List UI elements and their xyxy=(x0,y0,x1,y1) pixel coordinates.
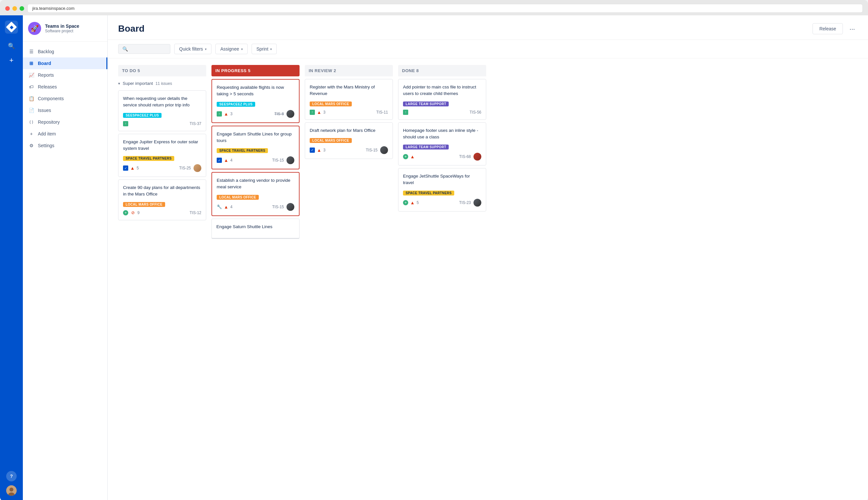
card-footer: + ▲ 5 TIS-23 xyxy=(403,199,481,207)
card-title: Homepage footer uses an inline style - s… xyxy=(403,127,481,141)
column-body-done: Add pointer to main css file to instruct… xyxy=(398,79,486,495)
group-header-super-important[interactable]: ▾ Super important 11 issues xyxy=(118,79,206,88)
search-global-icon[interactable]: 🔍 xyxy=(5,40,17,52)
user-avatar[interactable] xyxy=(6,485,16,496)
card-tis-12[interactable]: Create 90 day plans for all departments … xyxy=(118,180,206,220)
dot-green[interactable] xyxy=(20,6,24,11)
ticket-id: TIS-37 xyxy=(190,122,201,126)
card-tis-68[interactable]: Homepage footer uses an inline style - s… xyxy=(398,122,486,166)
card-icons: 🔧 ▲ 4 xyxy=(217,204,270,209)
card-icons: ↑ ▲ 3 xyxy=(310,110,374,115)
plus-circle-icon: + xyxy=(123,210,128,215)
sprint-filter-button[interactable]: Sprint ▾ xyxy=(252,44,277,54)
card-tis-11[interactable]: Register with the Mars Ministry of Reven… xyxy=(305,79,393,120)
sidebar-item-backlog[interactable]: ☰ Backlog xyxy=(23,46,107,57)
browser-chrome: jira.teamsinspace.com xyxy=(0,0,868,15)
main-content: Board Release ··· 🔍 Quick filters ▾ Assi… xyxy=(108,15,868,500)
card-title: When requesting user details the service… xyxy=(123,95,201,109)
priority-high-icon: ▲ xyxy=(224,204,228,209)
card-icons: ↑ xyxy=(403,110,467,115)
avatar xyxy=(380,146,388,154)
sidebar-item-releases[interactable]: 🏷 Releases xyxy=(23,81,107,93)
repository-icon: ⟨⟩ xyxy=(28,119,35,125)
card-tis-15b[interactable]: Establish a catering vendor to provide m… xyxy=(212,172,299,216)
sidebar-label-issues: Issues xyxy=(38,108,51,113)
sidebar-item-repository[interactable]: ⟨⟩ Repository xyxy=(23,116,107,128)
card-footer: ✓ ▲ 3 TIS-15 xyxy=(310,146,388,154)
project-type: Software project xyxy=(45,29,79,33)
column-header-done: DONE 8 xyxy=(398,65,486,76)
dot-yellow[interactable] xyxy=(12,6,17,11)
column-done: DONE 8 Add pointer to main css file to i… xyxy=(398,65,486,495)
card-tis-15a[interactable]: Engage Saturn Shuttle Lines for group to… xyxy=(212,126,299,170)
card-tis-25[interactable]: Engage Jupiter Express for outer solar s… xyxy=(118,134,206,177)
dot-red[interactable] xyxy=(5,6,10,11)
assignee-filter-button[interactable]: Assignee ▾ xyxy=(215,44,248,54)
project-header[interactable]: 🚀 Teams in Space Software project xyxy=(23,15,107,42)
ticket-id: TIS-15 xyxy=(366,148,378,152)
column-body-inprogress: Requesting available flights is now taki… xyxy=(212,79,299,495)
ban-icon: ⊘ xyxy=(130,210,135,215)
sidebar-label-backlog: Backlog xyxy=(38,49,54,54)
sidebar-item-board[interactable]: ⊞ Board xyxy=(23,57,107,69)
card-engage-saturn-partial[interactable]: Engage Saturn Shuttle Lines xyxy=(212,219,299,239)
board-icon: ⊞ xyxy=(28,60,35,67)
count-badge: 5 xyxy=(417,201,419,205)
help-button[interactable]: ? xyxy=(6,471,16,481)
sidebar-item-issues[interactable]: 📄 Issues xyxy=(23,104,107,116)
sidebar-label-settings: Settings xyxy=(38,143,55,148)
card-icons: ↑ xyxy=(123,121,187,126)
card-label: LOCAL MARS OFFICE xyxy=(217,195,259,200)
release-button[interactable]: Release xyxy=(812,23,843,34)
card-label: SPACE TRAVEL PARTNERS xyxy=(403,191,454,195)
sidebar-item-add-item[interactable]: + Add item xyxy=(23,128,107,140)
card-title: Draft network plan for Mars Office xyxy=(310,127,388,134)
card-icons: + ⊘ 9 xyxy=(123,210,187,215)
header-actions: Release ··· xyxy=(812,23,858,34)
address-bar[interactable]: jira.teamsinspace.com xyxy=(27,4,863,13)
story-point-icon: ↑ xyxy=(403,110,408,115)
card-tis-15c[interactable]: Draft network plan for Mars Office LOCAL… xyxy=(305,122,393,159)
column-body-inreview: Register with the Mars Ministry of Reven… xyxy=(305,79,393,495)
card-icons: + ▲ xyxy=(403,154,457,159)
card-tis-56[interactable]: Add pointer to main css file to instruct… xyxy=(398,79,486,120)
sidebar-item-components[interactable]: 📋 Components xyxy=(23,93,107,104)
card-title: Engage JetShuttle SpaceWays for travel xyxy=(403,173,481,186)
card-title: Engage Saturn Shuttle Lines xyxy=(216,224,295,230)
more-options-button[interactable]: ··· xyxy=(847,24,858,34)
quick-filters-button[interactable]: Quick filters ▾ xyxy=(174,44,212,54)
group-count: 11 issues xyxy=(156,81,172,86)
plus-circle-icon: + xyxy=(403,154,408,159)
column-inprogress: IN PROGRESS 5 Requesting available fligh… xyxy=(212,65,299,495)
ticket-id: TIS-15 xyxy=(272,205,284,209)
ticket-id: TIS-11 xyxy=(376,110,388,115)
sidebar-item-reports[interactable]: 📈 Reports xyxy=(23,69,107,81)
chevron-down-icon: ▾ xyxy=(241,47,243,51)
card-tis-23[interactable]: Engage JetShuttle SpaceWays for travel S… xyxy=(398,168,486,212)
sidebar-label-repository: Repository xyxy=(38,120,60,125)
card-title: Establish a catering vendor to provide m… xyxy=(217,177,294,191)
jira-logo[interactable]: ◆ xyxy=(5,21,18,34)
quick-filters-label: Quick filters xyxy=(179,46,203,52)
plus-circle-icon: + xyxy=(403,200,408,205)
column-todo: TO DO 5 ▾ Super important 11 issues When… xyxy=(118,65,206,495)
card-tis-37[interactable]: When requesting user details the service… xyxy=(118,90,206,131)
components-icon: 📋 xyxy=(28,95,35,102)
app: ◆ 🔍 + ? 🚀 Teams in Space Software projec… xyxy=(0,15,868,500)
card-tis-8[interactable]: Requesting available flights is now taki… xyxy=(212,79,299,123)
column-header-inprogress: IN PROGRESS 5 xyxy=(212,65,299,76)
sidebar-item-settings[interactable]: ⚙ Settings xyxy=(23,140,107,151)
create-icon[interactable]: + xyxy=(5,55,17,66)
global-nav-bottom: ? xyxy=(6,471,16,496)
card-title: Add pointer to main css file to instruct… xyxy=(403,84,481,97)
search-box[interactable]: 🔍 xyxy=(118,44,170,54)
main-header: Board Release ··· xyxy=(108,15,868,40)
card-label: LARGE TEAM SUPPORT xyxy=(403,145,449,149)
card-label: SPACE TRAVEL PARTNERS xyxy=(123,156,174,161)
sidebar-label-add-item: Add item xyxy=(38,131,56,136)
priority-high-icon: ▲ xyxy=(224,111,228,116)
count-badge: 3 xyxy=(323,110,326,115)
ticket-id: TIS-25 xyxy=(179,166,191,170)
diamond-icon: ◆ xyxy=(6,22,17,33)
card-icons: + ▲ 5 xyxy=(403,200,457,205)
